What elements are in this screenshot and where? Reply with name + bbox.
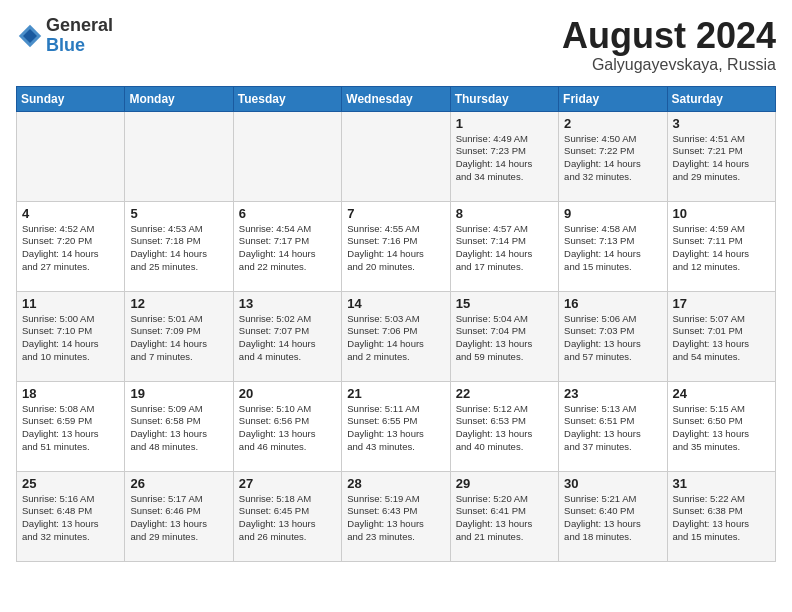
day-info: Sunrise: 5:19 AM Sunset: 6:43 PM Dayligh…	[347, 493, 444, 544]
calendar-cell: 10Sunrise: 4:59 AM Sunset: 7:11 PM Dayli…	[667, 201, 775, 291]
calendar-cell: 18Sunrise: 5:08 AM Sunset: 6:59 PM Dayli…	[17, 381, 125, 471]
day-number: 10	[673, 206, 770, 221]
day-number: 30	[564, 476, 661, 491]
calendar-cell: 13Sunrise: 5:02 AM Sunset: 7:07 PM Dayli…	[233, 291, 341, 381]
day-info: Sunrise: 5:20 AM Sunset: 6:41 PM Dayligh…	[456, 493, 553, 544]
calendar-cell: 9Sunrise: 4:58 AM Sunset: 7:13 PM Daylig…	[559, 201, 667, 291]
week-row-1: 1Sunrise: 4:49 AM Sunset: 7:23 PM Daylig…	[17, 111, 776, 201]
day-number: 17	[673, 296, 770, 311]
header-day-tuesday: Tuesday	[233, 86, 341, 111]
calendar-cell: 15Sunrise: 5:04 AM Sunset: 7:04 PM Dayli…	[450, 291, 558, 381]
day-number: 24	[673, 386, 770, 401]
day-number: 1	[456, 116, 553, 131]
day-number: 2	[564, 116, 661, 131]
week-row-5: 25Sunrise: 5:16 AM Sunset: 6:48 PM Dayli…	[17, 471, 776, 561]
calendar-cell: 4Sunrise: 4:52 AM Sunset: 7:20 PM Daylig…	[17, 201, 125, 291]
calendar-cell: 27Sunrise: 5:18 AM Sunset: 6:45 PM Dayli…	[233, 471, 341, 561]
day-info: Sunrise: 5:21 AM Sunset: 6:40 PM Dayligh…	[564, 493, 661, 544]
header-day-sunday: Sunday	[17, 86, 125, 111]
calendar-cell: 24Sunrise: 5:15 AM Sunset: 6:50 PM Dayli…	[667, 381, 775, 471]
calendar-cell	[342, 111, 450, 201]
day-number: 16	[564, 296, 661, 311]
day-info: Sunrise: 4:54 AM Sunset: 7:17 PM Dayligh…	[239, 223, 336, 274]
week-row-3: 11Sunrise: 5:00 AM Sunset: 7:10 PM Dayli…	[17, 291, 776, 381]
day-info: Sunrise: 5:11 AM Sunset: 6:55 PM Dayligh…	[347, 403, 444, 454]
day-number: 7	[347, 206, 444, 221]
day-number: 9	[564, 206, 661, 221]
day-number: 19	[130, 386, 227, 401]
logo-text: General Blue	[46, 16, 113, 56]
calendar-cell: 12Sunrise: 5:01 AM Sunset: 7:09 PM Dayli…	[125, 291, 233, 381]
week-row-2: 4Sunrise: 4:52 AM Sunset: 7:20 PM Daylig…	[17, 201, 776, 291]
day-info: Sunrise: 5:17 AM Sunset: 6:46 PM Dayligh…	[130, 493, 227, 544]
day-info: Sunrise: 5:13 AM Sunset: 6:51 PM Dayligh…	[564, 403, 661, 454]
day-info: Sunrise: 4:57 AM Sunset: 7:14 PM Dayligh…	[456, 223, 553, 274]
day-info: Sunrise: 4:53 AM Sunset: 7:18 PM Dayligh…	[130, 223, 227, 274]
week-row-4: 18Sunrise: 5:08 AM Sunset: 6:59 PM Dayli…	[17, 381, 776, 471]
day-info: Sunrise: 5:06 AM Sunset: 7:03 PM Dayligh…	[564, 313, 661, 364]
day-number: 6	[239, 206, 336, 221]
day-info: Sunrise: 5:02 AM Sunset: 7:07 PM Dayligh…	[239, 313, 336, 364]
day-info: Sunrise: 4:51 AM Sunset: 7:21 PM Dayligh…	[673, 133, 770, 184]
day-info: Sunrise: 5:12 AM Sunset: 6:53 PM Dayligh…	[456, 403, 553, 454]
day-number: 25	[22, 476, 119, 491]
calendar-cell: 29Sunrise: 5:20 AM Sunset: 6:41 PM Dayli…	[450, 471, 558, 561]
calendar-cell	[125, 111, 233, 201]
day-number: 3	[673, 116, 770, 131]
day-number: 11	[22, 296, 119, 311]
day-info: Sunrise: 5:00 AM Sunset: 7:10 PM Dayligh…	[22, 313, 119, 364]
logo: General Blue	[16, 16, 113, 56]
header-row: SundayMondayTuesdayWednesdayThursdayFrid…	[17, 86, 776, 111]
header-day-wednesday: Wednesday	[342, 86, 450, 111]
month-year-title: August 2024	[562, 16, 776, 56]
day-info: Sunrise: 5:03 AM Sunset: 7:06 PM Dayligh…	[347, 313, 444, 364]
page-header: General Blue August 2024 Galyugayevskaya…	[16, 16, 776, 74]
day-info: Sunrise: 5:01 AM Sunset: 7:09 PM Dayligh…	[130, 313, 227, 364]
day-info: Sunrise: 5:08 AM Sunset: 6:59 PM Dayligh…	[22, 403, 119, 454]
day-number: 5	[130, 206, 227, 221]
day-number: 28	[347, 476, 444, 491]
logo-general: General	[46, 15, 113, 35]
location-subtitle: Galyugayevskaya, Russia	[562, 56, 776, 74]
calendar-cell: 25Sunrise: 5:16 AM Sunset: 6:48 PM Dayli…	[17, 471, 125, 561]
calendar-cell: 8Sunrise: 4:57 AM Sunset: 7:14 PM Daylig…	[450, 201, 558, 291]
day-number: 8	[456, 206, 553, 221]
day-info: Sunrise: 5:04 AM Sunset: 7:04 PM Dayligh…	[456, 313, 553, 364]
calendar-cell	[17, 111, 125, 201]
calendar-cell: 30Sunrise: 5:21 AM Sunset: 6:40 PM Dayli…	[559, 471, 667, 561]
calendar-cell	[233, 111, 341, 201]
day-info: Sunrise: 5:10 AM Sunset: 6:56 PM Dayligh…	[239, 403, 336, 454]
day-number: 31	[673, 476, 770, 491]
calendar-cell: 20Sunrise: 5:10 AM Sunset: 6:56 PM Dayli…	[233, 381, 341, 471]
calendar-cell: 3Sunrise: 4:51 AM Sunset: 7:21 PM Daylig…	[667, 111, 775, 201]
day-info: Sunrise: 4:55 AM Sunset: 7:16 PM Dayligh…	[347, 223, 444, 274]
day-number: 23	[564, 386, 661, 401]
day-info: Sunrise: 5:18 AM Sunset: 6:45 PM Dayligh…	[239, 493, 336, 544]
calendar-cell: 6Sunrise: 4:54 AM Sunset: 7:17 PM Daylig…	[233, 201, 341, 291]
day-info: Sunrise: 4:59 AM Sunset: 7:11 PM Dayligh…	[673, 223, 770, 274]
day-info: Sunrise: 4:50 AM Sunset: 7:22 PM Dayligh…	[564, 133, 661, 184]
calendar-cell: 7Sunrise: 4:55 AM Sunset: 7:16 PM Daylig…	[342, 201, 450, 291]
day-info: Sunrise: 4:49 AM Sunset: 7:23 PM Dayligh…	[456, 133, 553, 184]
day-number: 21	[347, 386, 444, 401]
day-number: 20	[239, 386, 336, 401]
calendar-cell: 19Sunrise: 5:09 AM Sunset: 6:58 PM Dayli…	[125, 381, 233, 471]
day-info: Sunrise: 5:16 AM Sunset: 6:48 PM Dayligh…	[22, 493, 119, 544]
calendar-cell: 26Sunrise: 5:17 AM Sunset: 6:46 PM Dayli…	[125, 471, 233, 561]
title-block: August 2024 Galyugayevskaya, Russia	[562, 16, 776, 74]
header-day-thursday: Thursday	[450, 86, 558, 111]
day-number: 26	[130, 476, 227, 491]
day-number: 29	[456, 476, 553, 491]
day-info: Sunrise: 4:58 AM Sunset: 7:13 PM Dayligh…	[564, 223, 661, 274]
calendar-cell: 2Sunrise: 4:50 AM Sunset: 7:22 PM Daylig…	[559, 111, 667, 201]
day-number: 4	[22, 206, 119, 221]
logo-blue: Blue	[46, 35, 85, 55]
day-info: Sunrise: 5:09 AM Sunset: 6:58 PM Dayligh…	[130, 403, 227, 454]
calendar-cell: 16Sunrise: 5:06 AM Sunset: 7:03 PM Dayli…	[559, 291, 667, 381]
calendar-cell: 1Sunrise: 4:49 AM Sunset: 7:23 PM Daylig…	[450, 111, 558, 201]
day-info: Sunrise: 5:15 AM Sunset: 6:50 PM Dayligh…	[673, 403, 770, 454]
day-number: 12	[130, 296, 227, 311]
calendar-body: 1Sunrise: 4:49 AM Sunset: 7:23 PM Daylig…	[17, 111, 776, 561]
calendar-cell: 14Sunrise: 5:03 AM Sunset: 7:06 PM Dayli…	[342, 291, 450, 381]
calendar-cell: 11Sunrise: 5:00 AM Sunset: 7:10 PM Dayli…	[17, 291, 125, 381]
